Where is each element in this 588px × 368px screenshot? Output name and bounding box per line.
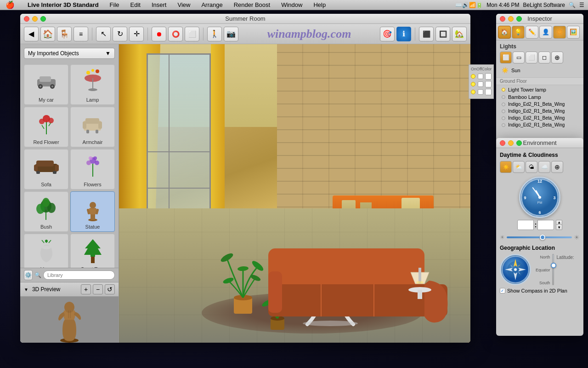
rotate-tool[interactable]: ↻ (113, 27, 127, 41)
traffic-lights (24, 16, 46, 22)
zoom-in-button[interactable]: + (81, 284, 91, 294)
inspector-close-button[interactable] (500, 16, 505, 22)
time-up-btn[interactable]: ▲ (556, 220, 562, 225)
brightness-slider[interactable] (507, 236, 572, 238)
maximize-button[interactable] (40, 16, 46, 22)
light-item-5[interactable]: Indigo_Ed2_R1_Beta_Wing (500, 121, 580, 128)
light-item-0[interactable]: Light Tower lamp (500, 86, 580, 93)
svg-line-48 (42, 240, 44, 243)
zoom-reset-button[interactable]: ↺ (105, 284, 115, 294)
color-swatch-2[interactable] (485, 81, 492, 87)
inspector-edit-btn[interactable]: ✏️ (526, 26, 538, 39)
apple-menu[interactable]: 🍎 (4, 0, 17, 9)
object-item-bush[interactable]: Bush (24, 191, 68, 232)
inspector-light-btn[interactable]: 💡 (512, 26, 525, 39)
env-btn-3[interactable]: 🌤 (526, 161, 537, 173)
object-item-mycar[interactable]: My car (24, 64, 68, 105)
search-menubar-icon[interactable]: 🔍 (569, 2, 576, 8)
search-icon-small: 🔍 (34, 272, 41, 278)
lamp-icon (78, 67, 107, 96)
light-item-3[interactable]: Indigo_Ed2_R1_Beta_Wing (500, 108, 580, 115)
menu-render[interactable]: Render Boost (232, 1, 272, 8)
light-item-sun[interactable]: ☀️ Sun (500, 66, 580, 75)
light-type-4[interactable]: ◻ (538, 52, 550, 63)
house-button[interactable]: 🏡 (452, 27, 467, 41)
room-view[interactable]: 🔲 (435, 27, 450, 41)
object-item-vase[interactable]: Vase (24, 234, 68, 268)
light-type-1[interactable]: ⬜ (500, 52, 512, 63)
list-view-button[interactable]: ≡ (74, 27, 88, 41)
inspector-minimize-button[interactable] (508, 16, 514, 22)
object-item-armchair[interactable]: Armchair (70, 107, 115, 147)
time-hours[interactable]: 18 (517, 220, 534, 230)
menu-arrange[interactable]: Arrange (199, 1, 224, 8)
person-icon[interactable]: 🚶 (207, 27, 222, 41)
object-item-flowers[interactable]: Flowers (70, 149, 115, 190)
lat-slider[interactable] (552, 254, 554, 285)
color-swatch-3[interactable] (485, 89, 492, 95)
color-swatch-1[interactable] (485, 73, 492, 80)
close-button[interactable] (24, 16, 29, 22)
camera-button[interactable]: 📷 (224, 27, 238, 41)
inspector-person-btn[interactable]: 👤 (539, 26, 552, 39)
object-item-redflower[interactable]: Red Flower (24, 107, 68, 147)
menu-file[interactable]: File (108, 1, 121, 8)
compass-rose[interactable] (500, 254, 531, 285)
time-minutes[interactable]: 54 (537, 220, 554, 230)
svg-point-5 (51, 86, 53, 87)
show-compass-checkbox[interactable]: ✓ (500, 288, 505, 293)
menu-window[interactable]: Window (279, 1, 304, 8)
3d-object-button[interactable]: 🎯 (380, 27, 395, 41)
inspector-render-btn[interactable]: 🖼️ (567, 26, 580, 39)
move-tool[interactable]: ✛ (129, 27, 144, 41)
brightness-thumb[interactable] (540, 235, 545, 240)
furniture-button[interactable]: 🪑 (57, 27, 72, 41)
env-minimize-button[interactable] (508, 140, 514, 146)
menu-insert[interactable]: Insert (150, 1, 169, 8)
light-item-2[interactable]: Indigo_Ed2_R1_Beta_Wing (500, 101, 580, 108)
circle-tool[interactable]: ⭕ (168, 27, 183, 41)
time-down-btn[interactable]: ▼ (556, 225, 562, 230)
menu-view[interactable]: View (175, 1, 192, 8)
list-icon[interactable]: ☰ (579, 2, 584, 8)
objects-dropdown[interactable]: My Imported Objects ▼ (24, 48, 115, 59)
floor-view[interactable]: ⬛ (419, 27, 434, 41)
env-btn-5[interactable]: ⊕ (551, 161, 563, 173)
light-label-0: Light Tower lamp (508, 87, 546, 92)
square-tool[interactable]: ⬜ (185, 27, 199, 41)
inspector-bulb-btn[interactable]: 🔆 (553, 26, 566, 39)
light-type-3[interactable]: ⬜ (526, 52, 537, 63)
env-btn-1[interactable]: ☀️ (500, 161, 512, 173)
env-close-button[interactable] (500, 140, 505, 146)
inspector-house-btn[interactable]: 🏠 (498, 26, 511, 39)
library-search[interactable] (43, 270, 115, 280)
cursor-tool[interactable]: ↖ (96, 27, 111, 41)
light-item-1[interactable]: Bamboo Lamp (500, 93, 580, 101)
minimize-button[interactable] (32, 16, 38, 22)
light-item-4[interactable]: Indigo_Ed2_R1_Beta_Wing (500, 115, 580, 121)
light-add[interactable]: ⊕ (551, 52, 563, 63)
env-toolbar: ☀️ ⛅ 🌤 ☁️ ⊕ (500, 161, 580, 173)
light-type-2[interactable]: ▭ (513, 52, 525, 63)
env-btn-4[interactable]: ☁️ (538, 161, 550, 173)
info-button[interactable]: ℹ (396, 27, 411, 41)
inspector-maximize-button[interactable] (516, 16, 522, 22)
2d-view-button[interactable]: 🏠 (40, 27, 55, 41)
back-button[interactable]: ◀ (24, 27, 39, 41)
menu-help[interactable]: Help (311, 1, 328, 8)
onoff-cb-3[interactable] (478, 89, 483, 95)
zoom-out-button[interactable]: − (93, 284, 103, 294)
settings-icon[interactable]: ⚙️ (24, 270, 33, 280)
object-item-sofa[interactable]: Sofa (24, 149, 68, 190)
menu-edit[interactable]: Edit (129, 1, 142, 8)
lat-thumb[interactable] (551, 263, 556, 268)
env-maximize-button[interactable] (516, 140, 522, 146)
onoff-cb-1[interactable] (478, 74, 483, 79)
env-btn-2[interactable]: ⛅ (513, 161, 525, 173)
object-item-greattree[interactable]: Great Tree (70, 234, 115, 268)
table-lamp (406, 254, 434, 301)
object-item-statue[interactable]: Statue (70, 191, 115, 232)
record-button[interactable]: ⏺ (152, 27, 166, 41)
object-item-lamp[interactable]: Lamp (70, 64, 115, 105)
onoff-cb-2[interactable] (478, 81, 483, 87)
